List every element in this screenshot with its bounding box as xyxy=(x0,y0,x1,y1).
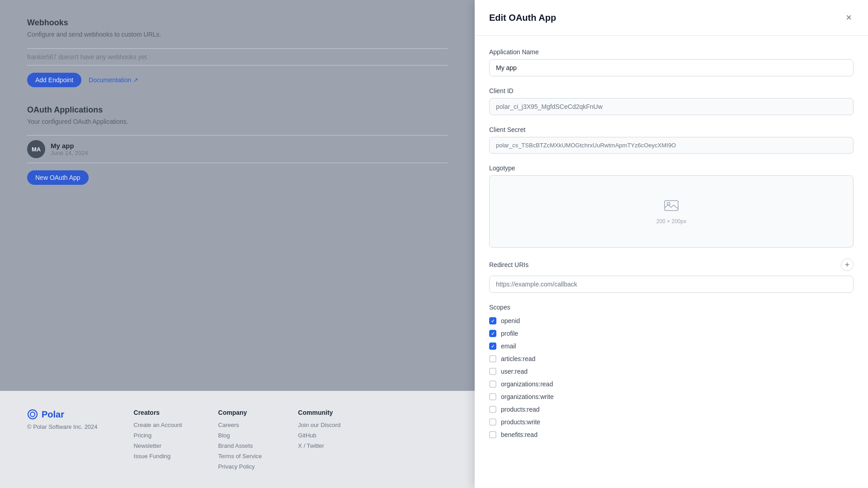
client-id-input[interactable] xyxy=(489,98,854,115)
svg-rect-2 xyxy=(665,201,678,211)
scope-email: email xyxy=(489,343,854,350)
polar-logo-icon xyxy=(27,409,38,420)
scope-openid-label: openid xyxy=(501,317,520,324)
scopes-section: Scopes openid profile email articles:rea… xyxy=(489,304,854,438)
scope-openid-checkbox[interactable] xyxy=(489,317,496,324)
scope-products-write-label: products:write xyxy=(501,418,540,426)
logotype-group: Logotype 200 × 200px xyxy=(489,164,854,248)
client-id-label: Client ID xyxy=(489,87,854,94)
scope-products-write-checkbox[interactable] xyxy=(489,418,496,426)
logotype-size-hint: 200 × 200px xyxy=(656,218,686,225)
scopes-title: Scopes xyxy=(489,304,854,311)
logotype-label: Logotype xyxy=(489,164,854,172)
scope-benefits-read: benefits:read xyxy=(489,431,854,438)
scope-products-read-checkbox[interactable] xyxy=(489,406,496,413)
background-page: Webhooks Configure and send webhooks to … xyxy=(0,0,475,488)
documentation-link[interactable]: Documentation ↗ xyxy=(89,76,138,84)
logotype-upload-area[interactable]: 200 × 200px xyxy=(489,175,854,248)
webhooks-empty-message: frankie567 doesn't have any webhooks yet… xyxy=(27,48,448,66)
community-column: Community Join our Discord GitHub X / Tw… xyxy=(298,409,340,449)
svg-point-1 xyxy=(30,412,35,417)
app-name-input[interactable] xyxy=(489,59,854,76)
svg-point-0 xyxy=(28,410,37,419)
panel-title: Edit OAuth App xyxy=(489,13,556,23)
app-name-group: Application Name xyxy=(489,48,854,76)
scope-user-read: user:read xyxy=(489,368,854,375)
oauth-app-entry[interactable]: MA My app June 14, 2024 xyxy=(27,135,448,163)
scope-benefits-read-checkbox[interactable] xyxy=(489,431,496,438)
scope-organizations-read-label: organizations:read xyxy=(501,380,553,388)
footer-link-issue-funding[interactable]: Issue Funding xyxy=(134,453,182,460)
footer-link-newsletter[interactable]: Newsletter xyxy=(134,442,182,449)
scope-openid: openid xyxy=(489,317,854,324)
scope-organizations-write: organizations:write xyxy=(489,393,854,400)
scope-articles-read-checkbox[interactable] xyxy=(489,355,496,362)
panel-body: Application Name Client ID Client Secret… xyxy=(475,36,868,456)
client-secret-input[interactable] xyxy=(489,137,854,154)
close-panel-button[interactable]: × xyxy=(844,11,854,24)
scope-benefits-read-label: benefits:read xyxy=(501,431,538,438)
scope-profile-checkbox[interactable] xyxy=(489,330,496,337)
add-redirect-uri-button[interactable]: + xyxy=(841,258,854,271)
edit-oauth-panel: Edit OAuth App × Application Name Client… xyxy=(475,0,868,488)
app-date: June 14, 2024 xyxy=(51,150,88,156)
company-column: Company Careers Blog Brand Assets Terms … xyxy=(218,409,262,470)
scope-articles-read-label: articles:read xyxy=(501,355,535,362)
footer-link-careers[interactable]: Careers xyxy=(218,422,262,428)
app-name: My app xyxy=(51,142,88,150)
creators-title: Creators xyxy=(134,409,182,416)
scope-organizations-write-label: organizations:write xyxy=(501,393,554,400)
brand-section: Polar © Polar Software Inc. 2024 xyxy=(27,409,98,430)
redirect-uris-label: Redirect URIs xyxy=(489,261,528,268)
scope-organizations-read-checkbox[interactable] xyxy=(489,380,496,388)
client-secret-label: Client Secret xyxy=(489,126,854,133)
company-title: Company xyxy=(218,409,262,416)
webhooks-section: Webhooks Configure and send webhooks to … xyxy=(27,18,448,87)
page-footer: Polar © Polar Software Inc. 2024 Creator… xyxy=(0,391,475,488)
scope-products-read: products:read xyxy=(489,406,854,413)
scope-articles-read: articles:read xyxy=(489,355,854,362)
footer-link-pricing[interactable]: Pricing xyxy=(134,432,182,439)
scope-products-read-label: products:read xyxy=(501,406,540,413)
new-oauth-app-button[interactable]: New OAuth App xyxy=(27,170,89,185)
footer-link-blog[interactable]: Blog xyxy=(218,432,262,439)
footer-link-create-account[interactable]: Create an Account xyxy=(134,422,182,428)
scope-organizations-read: organizations:read xyxy=(489,380,854,388)
client-id-group: Client ID xyxy=(489,87,854,115)
oauth-section: OAuth Applications Your configured OAuth… xyxy=(27,105,448,185)
footer-link-discord[interactable]: Join our Discord xyxy=(298,422,340,428)
footer-link-privacy[interactable]: Privacy Policy xyxy=(218,463,262,470)
upload-image-icon xyxy=(664,199,679,215)
webhooks-description: Configure and send webhooks to custom UR… xyxy=(27,30,448,39)
panel-header: Edit OAuth App × xyxy=(475,0,868,36)
redirect-uris-group: Redirect URIs + xyxy=(489,258,854,293)
copyright-text: © Polar Software Inc. 2024 xyxy=(27,423,98,430)
redirect-uri-input[interactable] xyxy=(489,276,854,293)
scope-products-write: products:write xyxy=(489,418,854,426)
scope-profile: profile xyxy=(489,330,854,337)
footer-link-github[interactable]: GitHub xyxy=(298,432,340,439)
oauth-description: Your configured OAuth Applications. xyxy=(27,117,448,127)
webhooks-title: Webhooks xyxy=(27,18,448,28)
scope-email-label: email xyxy=(501,343,516,350)
footer-link-terms[interactable]: Terms of Service xyxy=(218,453,262,460)
oauth-title: OAuth Applications xyxy=(27,105,448,115)
community-title: Community xyxy=(298,409,340,416)
footer-link-twitter[interactable]: X / Twitter xyxy=(298,442,340,449)
scope-profile-label: profile xyxy=(501,330,518,337)
polar-logo: Polar xyxy=(27,409,98,420)
scope-organizations-write-checkbox[interactable] xyxy=(489,393,496,400)
scope-user-read-label: user:read xyxy=(501,368,528,375)
footer-link-brand-assets[interactable]: Brand Assets xyxy=(218,442,262,449)
scope-email-checkbox[interactable] xyxy=(489,343,496,350)
app-name-label: Application Name xyxy=(489,48,854,56)
scope-user-read-checkbox[interactable] xyxy=(489,368,496,375)
add-endpoint-button[interactable]: Add Endpoint xyxy=(27,73,81,87)
creators-column: Creators Create an Account Pricing Newsl… xyxy=(134,409,182,460)
client-secret-group: Client Secret xyxy=(489,126,854,154)
app-avatar: MA xyxy=(27,140,45,158)
